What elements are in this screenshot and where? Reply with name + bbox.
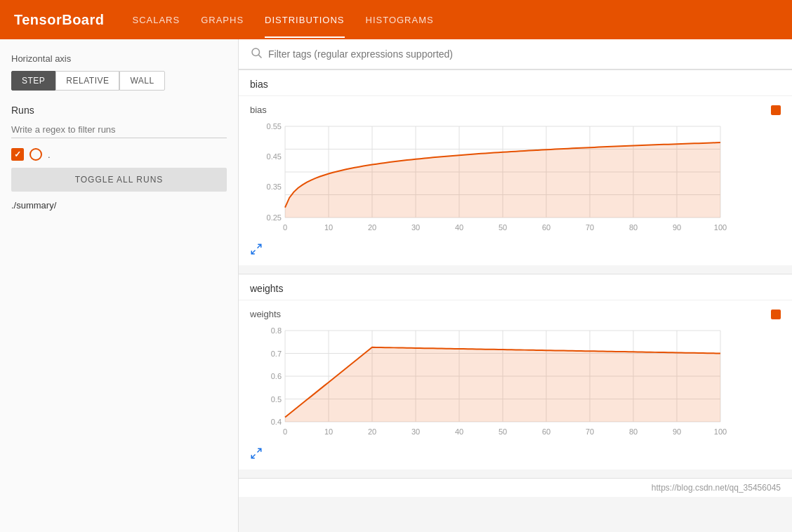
- svg-text:0.25: 0.25: [267, 213, 282, 222]
- svg-text:0.5: 0.5: [271, 395, 282, 404]
- run-checkbox[interactable]: [11, 148, 24, 161]
- chart-title-weights: weights: [250, 309, 281, 319]
- nav-item-distributions[interactable]: DISTRIBUTIONS: [265, 2, 344, 38]
- svg-text:20: 20: [368, 427, 376, 436]
- svg-text:10: 10: [324, 223, 333, 232]
- color-swatch-bias: [771, 105, 781, 115]
- main-content: biasbias01020304050607080901000.550.450.…: [239, 39, 792, 532]
- svg-text:0.4: 0.4: [271, 418, 282, 426]
- regex-filter-input[interactable]: [11, 121, 227, 138]
- svg-text:60: 60: [542, 223, 550, 232]
- axis-btn-wall[interactable]: WALL: [119, 71, 164, 91]
- svg-line-67: [258, 448, 261, 452]
- svg-text:0.6: 0.6: [271, 372, 282, 380]
- section-header-weights: weights: [239, 274, 792, 300]
- svg-text:90: 90: [673, 223, 681, 232]
- svg-text:70: 70: [586, 427, 594, 436]
- svg-point-0: [252, 48, 260, 56]
- svg-text:70: 70: [586, 223, 594, 232]
- svg-text:100: 100: [714, 427, 727, 436]
- svg-text:30: 30: [411, 223, 420, 232]
- svg-text:0.45: 0.45: [267, 152, 282, 161]
- svg-text:0.7: 0.7: [271, 350, 282, 358]
- tag-filter-input[interactable]: [268, 48, 781, 60]
- main-nav: SCALARSGRAPHSDISTRIBUTIONSHISTOGRAMS: [132, 2, 433, 38]
- app-body: Horizontal axis STEPRELATIVEWALL Runs . …: [0, 39, 792, 532]
- svg-text:100: 100: [714, 223, 727, 232]
- svg-text:0.8: 0.8: [271, 326, 282, 335]
- chart-section-weights: weightsweights01020304050607080901000.80…: [239, 274, 792, 470]
- axis-btn-relative[interactable]: RELATIVE: [55, 71, 119, 91]
- runs-title: Runs: [11, 105, 227, 116]
- run-item: .: [11, 148, 227, 161]
- svg-text:0.35: 0.35: [267, 182, 282, 191]
- expand-icon-weights[interactable]: [250, 447, 781, 463]
- nav-item-graphs[interactable]: GRAPHS: [201, 2, 244, 38]
- svg-text:10: 10: [324, 427, 333, 436]
- search-icon: [250, 46, 263, 62]
- nav-item-histograms[interactable]: HISTOGRAMS: [366, 2, 434, 38]
- chart-title-bias: bias: [250, 105, 267, 115]
- axis-buttons: STEPRELATIVEWALL: [11, 71, 227, 91]
- chart-title-row-bias: bias: [250, 105, 781, 115]
- expand-icon-bias[interactable]: [250, 243, 781, 258]
- svg-line-34: [251, 251, 255, 254]
- svg-text:50: 50: [499, 427, 507, 436]
- search-bar: [239, 39, 792, 69]
- svg-line-68: [251, 455, 255, 458]
- chart-title-row-weights: weights: [250, 309, 781, 319]
- toggle-all-button[interactable]: TOGGLE ALL RUNS: [11, 168, 227, 192]
- svg-text:80: 80: [629, 223, 638, 232]
- section-header-bias: bias: [239, 70, 792, 96]
- chart-section-bias: biasbias01020304050607080901000.550.450.…: [239, 69, 792, 265]
- axis-btn-step[interactable]: STEP: [11, 71, 55, 91]
- app-logo: TensorBoard: [14, 12, 104, 28]
- color-swatch-weights: [771, 310, 781, 319]
- svg-text:40: 40: [455, 223, 463, 232]
- svg-text:90: 90: [673, 427, 681, 436]
- run-dot-label: .: [48, 149, 51, 160]
- run-path: ./summary/: [11, 200, 227, 211]
- svg-text:0.55: 0.55: [267, 122, 282, 131]
- chart-container-weights: weights01020304050607080901000.80.70.60.…: [239, 300, 792, 470]
- chart-svg-bias: 01020304050607080901000.550.450.350.25: [250, 119, 727, 239]
- footer-url: https://blog.csdn.net/qq_35456045: [652, 483, 781, 493]
- footer: https://blog.csdn.net/qq_35456045: [239, 478, 792, 497]
- svg-text:80: 80: [629, 427, 638, 436]
- svg-line-33: [258, 244, 261, 248]
- svg-text:0: 0: [283, 223, 287, 232]
- svg-text:50: 50: [499, 223, 507, 232]
- svg-text:20: 20: [368, 223, 376, 232]
- chart-container-bias: bias01020304050607080901000.550.450.350.…: [239, 96, 792, 265]
- svg-text:60: 60: [542, 427, 550, 436]
- horizontal-axis-label: Horizontal axis: [11, 53, 227, 64]
- sidebar: Horizontal axis STEPRELATIVEWALL Runs . …: [0, 39, 239, 532]
- run-dot: [29, 148, 42, 161]
- app-header: TensorBoard SCALARSGRAPHSDISTRIBUTIONSHI…: [0, 0, 792, 39]
- svg-text:40: 40: [455, 427, 463, 436]
- svg-line-1: [258, 55, 261, 58]
- charts-container: biasbias01020304050607080901000.550.450.…: [239, 69, 792, 470]
- svg-text:30: 30: [411, 427, 420, 436]
- svg-text:0: 0: [283, 427, 287, 436]
- nav-item-scalars[interactable]: SCALARS: [132, 2, 180, 38]
- chart-svg-weights: 01020304050607080901000.80.70.60.50.4: [250, 324, 727, 443]
